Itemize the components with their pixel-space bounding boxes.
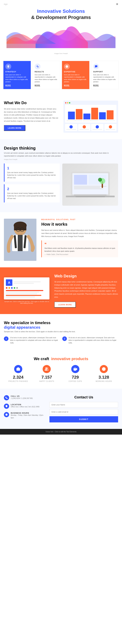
specialize-section: We specialize in timeless digital appear… bbox=[0, 314, 122, 353]
hero-section: Innovative Solutions & Development Progr… bbox=[0, 0, 122, 59]
stats-title: We craft innovative products bbox=[4, 356, 118, 361]
wave-graphic bbox=[7, 24, 115, 50]
spec-col-1: 1 Ut at arcu in arcu ipsum, ullamcorper … bbox=[4, 336, 60, 347]
laptop-image bbox=[62, 164, 118, 206]
thinking-item-2: 2 Quis can tracer smart money happy work… bbox=[4, 184, 60, 202]
thinking-items: 1 Quis can tracer smart money happy work… bbox=[4, 164, 118, 206]
svg-point-30 bbox=[46, 368, 47, 369]
what-we-do-section: What We Do Sit amet massa vitae tortor c… bbox=[0, 94, 122, 139]
web-design-image: A Sample text. Click to se bbox=[4, 278, 49, 304]
service-support: SUPPORT Duis aute irure dolor in reprehe… bbox=[91, 61, 119, 89]
hero-credit: Images from Freepik bbox=[7, 53, 115, 54]
design-thinking-section: Design thinking Ut enim ad minim veniam,… bbox=[0, 139, 122, 212]
what-we-do-text: What We Do Sit amet massa vitae tortor c… bbox=[4, 100, 59, 131]
svg-rect-15 bbox=[76, 196, 105, 197]
web-design-section: A Sample text. Click to se bbox=[0, 267, 122, 314]
spec-item-2: 2 Ut at arcu in arcu ipsum, ullamcorper … bbox=[62, 336, 118, 344]
stat-hours: 3.128 WORKING HOURS bbox=[90, 365, 118, 382]
person-placeholder bbox=[4, 219, 36, 261]
stats-row: 2.324 PROJECTS FINISHED 7.157 HAPPY CLIE… bbox=[4, 365, 118, 382]
stat-coffee: 729 COFFEE CUPS bbox=[61, 365, 90, 382]
specialize-title: We specialize in timeless digital appear… bbox=[4, 320, 118, 330]
how-it-works-text: MEANINGFUL SOLUTIONS, FAST How it works … bbox=[41, 219, 118, 257]
service-results: RESULTS Duis aute irure dolor in reprehe… bbox=[33, 61, 60, 89]
footer: Xanax font - Click to edit the Text Elem… bbox=[0, 429, 122, 434]
nav-logo: logo bbox=[4, 3, 8, 5]
hours-icon-circle bbox=[100, 365, 108, 373]
name-input[interactable] bbox=[49, 402, 118, 408]
projects-icon-circle bbox=[14, 365, 22, 373]
contact-section: CALL US 1 (234) 6234 / 1 (234) 567 891 L… bbox=[0, 389, 122, 429]
spec-col-2: 2 Ut at arcu in arcu ipsum, ullamcorper … bbox=[62, 336, 118, 347]
browser-dots bbox=[65, 102, 116, 104]
strategy-icon bbox=[5, 64, 11, 70]
how-it-works-section: MEANINGFUL SOLUTIONS, FAST How it works … bbox=[0, 212, 122, 267]
web-design-learn-more-button[interactable]: LEARN MORE bbox=[54, 302, 76, 308]
service-strategy: STRATEGY Duis aute irure dolor in repreh… bbox=[3, 61, 31, 89]
mockup-dots bbox=[6, 287, 48, 289]
mockup-list bbox=[6, 290, 48, 298]
browser-mockup bbox=[63, 100, 118, 133]
spec-item-1: 1 Ut at arcu in arcu ipsum, ullamcorper … bbox=[4, 336, 60, 344]
web-design-text: Web Design Sit amet massa vitae tortor c… bbox=[54, 274, 118, 308]
specialize-grid: 1 Ut at arcu in arcu ipsum, ullamcorper … bbox=[4, 336, 118, 347]
person-image bbox=[4, 219, 36, 261]
what-we-do-image bbox=[63, 100, 118, 133]
clients-icon-circle bbox=[43, 365, 51, 373]
svg-rect-13 bbox=[74, 194, 106, 196]
svg-point-12 bbox=[98, 178, 102, 182]
stat-clients: 7.157 HAPPY CLIENTS bbox=[33, 365, 61, 382]
close-dot bbox=[65, 102, 66, 104]
location-icon bbox=[4, 404, 9, 409]
results-icon bbox=[35, 64, 41, 70]
stats-section: We craft innovative products 2.324 PROJE… bbox=[0, 353, 122, 389]
svg-rect-8 bbox=[74, 188, 103, 189]
email-input[interactable] bbox=[49, 409, 118, 415]
mockup-lines bbox=[13, 279, 48, 286]
contact-location-text: LOCATION Office row 1 Office row 2 tel: … bbox=[11, 404, 39, 409]
contact-call-text: CALL US 1 (234) 6234 / 1 (234) 567 891 bbox=[11, 395, 33, 400]
navigation: logo ≡ bbox=[0, 0, 122, 8]
expand-dot bbox=[69, 102, 70, 104]
web-mockup: A bbox=[4, 278, 49, 300]
hero-title: Innovative Solutions & Development Progr… bbox=[7, 8, 115, 20]
svg-point-35 bbox=[6, 406, 7, 406]
coffee-icon-circle bbox=[71, 365, 79, 373]
thinking-right bbox=[62, 164, 118, 206]
footer-text: Xanax font - Click to edit the Text Elem… bbox=[2, 431, 120, 433]
svg-rect-7 bbox=[74, 187, 100, 188]
svg-point-0 bbox=[66, 65, 68, 68]
thinking-item-1: 1 Quis can tracer smart money happy work… bbox=[4, 164, 60, 182]
svg-rect-5 bbox=[74, 175, 87, 184]
stat-projects: 2.324 PROJECTS FINISHED bbox=[4, 365, 33, 382]
thinking-left: 1 Quis can tracer smart money happy work… bbox=[4, 164, 60, 206]
testimonial-quote: ❝ Sed libero enim sed faucibus turpis in… bbox=[41, 240, 118, 257]
contact-info: CALL US 1 (234) 6234 / 1 (234) 567 891 L… bbox=[4, 395, 49, 422]
hamburger-icon[interactable]: ≡ bbox=[116, 2, 118, 6]
svg-rect-29 bbox=[17, 368, 20, 370]
support-icon bbox=[93, 64, 99, 70]
contact-hours: BUSINESS HOURS Monday - Friday: 10am-4pm… bbox=[4, 412, 46, 419]
minimize-dot bbox=[67, 102, 68, 104]
contact-form-col: Contact Us SUBMIT bbox=[49, 395, 118, 422]
submit-button[interactable]: SUBMIT bbox=[49, 416, 118, 422]
mockup-header: A bbox=[6, 279, 48, 286]
service-expertise: EXPERTISE Duis aute irure dolor in repre… bbox=[62, 61, 89, 89]
quote-icon: ❝ bbox=[44, 242, 115, 246]
mockup-logo: A bbox=[6, 279, 12, 286]
contact-call: CALL US 1 (234) 6234 / 1 (234) 567 891 bbox=[4, 395, 46, 400]
svg-rect-21 bbox=[18, 235, 23, 251]
contact-location: LOCATION Office row 1 Office row 2 tel: … bbox=[4, 404, 46, 409]
clock-icon bbox=[4, 412, 9, 417]
services-section: STRATEGY Duis aute irure dolor in repreh… bbox=[0, 59, 122, 94]
expertise-icon bbox=[64, 64, 70, 70]
learn-more-button[interactable]: LEARN MORE bbox=[4, 125, 25, 131]
phone-icon bbox=[4, 395, 9, 400]
contact-hours-text: BUSINESS HOURS Monday - Friday: 10am-4pm… bbox=[11, 412, 46, 419]
